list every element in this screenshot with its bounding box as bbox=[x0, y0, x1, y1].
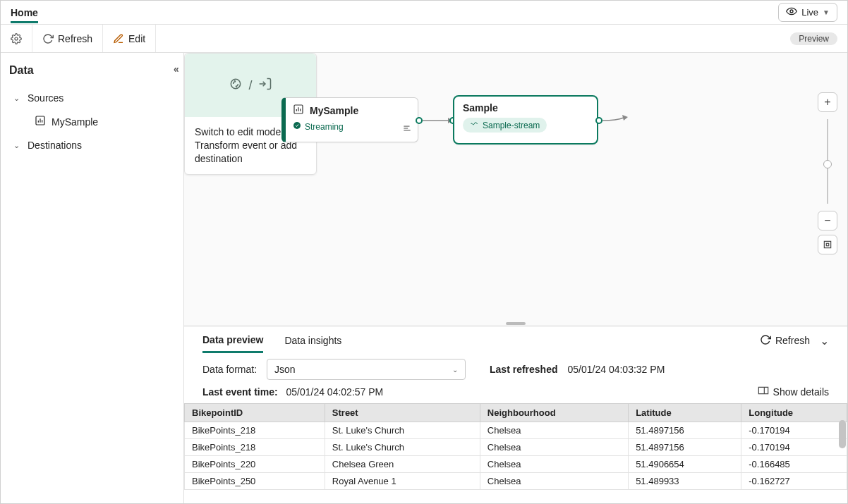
table-cell: St. Luke's Church bbox=[325, 422, 480, 439]
scrollbar-thumb[interactable] bbox=[839, 420, 846, 448]
node-output-port[interactable] bbox=[416, 117, 423, 124]
chevron-down-icon: ⌄ bbox=[13, 141, 22, 150]
canvas[interactable]: MySample Streaming bbox=[184, 53, 847, 326]
table-cell: Chelsea bbox=[480, 473, 628, 490]
panel-drag-handle[interactable] bbox=[506, 322, 526, 325]
sources-label: Sources bbox=[28, 92, 63, 104]
table-cell: Chelsea bbox=[480, 439, 628, 456]
last-refreshed-label: Last refreshed bbox=[490, 364, 557, 375]
transform-icon bbox=[229, 77, 243, 94]
table-cell: Chelsea bbox=[480, 456, 628, 473]
table-cell: -0.170194 bbox=[741, 439, 847, 456]
zoom-fit-button[interactable] bbox=[818, 235, 837, 254]
table-cell: BikePoints_220 bbox=[185, 456, 325, 473]
svg-point-1 bbox=[15, 37, 18, 40]
node-eventstream-sample[interactable]: Sample Sample-stream bbox=[453, 95, 598, 145]
table-row[interactable]: BikePoints_218St. Luke's ChurchChelsea51… bbox=[185, 439, 847, 456]
zoom-controls: + − bbox=[818, 92, 837, 254]
last-refreshed-value: 05/01/24 04:03:32 PM bbox=[568, 364, 665, 375]
eye-icon bbox=[786, 6, 797, 19]
table-cell: 51.4906654 bbox=[629, 456, 741, 473]
sidebar: Data » ⌄ Sources MySample ⌄ Destinations bbox=[1, 53, 184, 503]
table-cell: 51.4897156 bbox=[629, 439, 741, 456]
output-icon bbox=[258, 77, 272, 94]
chevron-down-icon[interactable]: ⌄ bbox=[820, 334, 829, 348]
table-cell: BikePoints_250 bbox=[185, 473, 325, 490]
table-cell: BikePoints_218 bbox=[185, 422, 325, 439]
edit-icon bbox=[113, 33, 124, 44]
slash-label: / bbox=[248, 78, 252, 93]
panel-refresh-button[interactable]: Refresh bbox=[760, 334, 810, 348]
settings-button[interactable] bbox=[1, 25, 32, 52]
tab-data-insights[interactable]: Data insights bbox=[284, 329, 341, 352]
refresh-icon bbox=[42, 33, 54, 44]
table-cell: -0.166485 bbox=[741, 456, 847, 473]
data-format-select[interactable]: Json ⌄ bbox=[267, 359, 466, 380]
refresh-label: Refresh bbox=[775, 335, 810, 346]
table-row[interactable]: BikePoints_250Royal Avenue 1Chelsea51.48… bbox=[185, 473, 847, 490]
collapse-sidebar-icon[interactable]: » bbox=[174, 65, 179, 76]
edit-label: Edit bbox=[128, 33, 145, 44]
zoom-in-button[interactable]: + bbox=[818, 92, 837, 112]
sidebar-sources[interactable]: ⌄ Sources bbox=[9, 87, 175, 109]
refresh-icon bbox=[760, 334, 771, 348]
table-cell: St. Luke's Church bbox=[325, 439, 480, 456]
node-status: Streaming bbox=[305, 122, 344, 132]
svg-rect-13 bbox=[758, 387, 768, 393]
tab-data-preview[interactable]: Data preview bbox=[202, 328, 263, 353]
node-title: MySample bbox=[310, 105, 358, 116]
data-preview-panel: Data preview Data insights Refresh ⌄ Dat… bbox=[184, 326, 847, 503]
stream-icon bbox=[470, 120, 478, 130]
chart-icon bbox=[293, 104, 304, 117]
live-toggle[interactable]: Live ▼ bbox=[778, 3, 837, 22]
edit-button[interactable]: Edit bbox=[103, 25, 156, 52]
refresh-label: Refresh bbox=[58, 33, 92, 44]
check-circle-icon bbox=[293, 121, 301, 132]
zoom-out-button[interactable]: − bbox=[818, 211, 837, 231]
table-cell: Chelsea bbox=[480, 422, 628, 439]
node-source-mysample[interactable]: MySample Streaming bbox=[281, 97, 418, 142]
show-details-button[interactable]: Show details bbox=[758, 386, 829, 398]
chart-icon bbox=[35, 115, 46, 128]
stream-chip-label: Sample-stream bbox=[483, 121, 540, 130]
stream-chip: Sample-stream bbox=[463, 118, 547, 133]
zoom-slider-handle[interactable] bbox=[823, 160, 832, 168]
svg-point-9 bbox=[231, 79, 241, 88]
column-header[interactable]: Neighbourhood bbox=[480, 404, 628, 422]
column-header[interactable]: Street bbox=[325, 404, 480, 422]
node-title: Sample bbox=[463, 102, 588, 113]
data-format-label: Data format: bbox=[202, 364, 257, 375]
sidebar-title: Data bbox=[9, 64, 34, 77]
svg-rect-12 bbox=[826, 243, 829, 246]
sidebar-destinations[interactable]: ⌄ Destinations bbox=[9, 134, 175, 156]
table-row[interactable]: BikePoints_218St. Luke's ChurchChelsea51… bbox=[185, 422, 847, 439]
table-cell: -0.162727 bbox=[741, 473, 847, 490]
table-cell: 51.4897156 bbox=[629, 422, 741, 439]
chevron-down-icon: ▼ bbox=[823, 8, 830, 16]
list-icon[interactable] bbox=[402, 123, 412, 136]
column-header[interactable]: Latitude bbox=[629, 404, 741, 422]
column-header[interactable]: Longitude bbox=[741, 404, 847, 422]
sidebar-item-mysample[interactable]: MySample bbox=[9, 109, 175, 134]
svg-point-0 bbox=[790, 10, 793, 13]
chevron-down-icon: ⌄ bbox=[13, 94, 22, 103]
last-event-value: 05/01/24 04:02:57 PM bbox=[286, 386, 383, 398]
sidebar-item-label: MySample bbox=[52, 116, 98, 128]
refresh-button[interactable]: Refresh bbox=[32, 25, 103, 52]
tab-home[interactable]: Home bbox=[11, 3, 38, 23]
details-icon bbox=[758, 386, 769, 398]
show-details-label: Show details bbox=[773, 386, 829, 398]
column-header[interactable]: BikepointID bbox=[185, 404, 325, 422]
data-grid[interactable]: BikepointIDStreetNeighbourhoodLatitudeLo… bbox=[184, 403, 847, 503]
svg-rect-11 bbox=[824, 241, 830, 247]
live-label: Live bbox=[801, 7, 818, 18]
last-event-label: Last event time: bbox=[202, 386, 278, 398]
zoom-slider-track[interactable] bbox=[827, 119, 828, 204]
preview-badge: Preview bbox=[790, 32, 837, 45]
gear-icon bbox=[11, 33, 22, 44]
table-cell: 51.489933 bbox=[629, 473, 741, 490]
chevron-down-icon: ⌄ bbox=[452, 366, 458, 374]
table-cell: BikePoints_218 bbox=[185, 439, 325, 456]
node-output-port[interactable] bbox=[595, 117, 602, 124]
table-row[interactable]: BikePoints_220Chelsea GreenChelsea51.490… bbox=[185, 456, 847, 473]
